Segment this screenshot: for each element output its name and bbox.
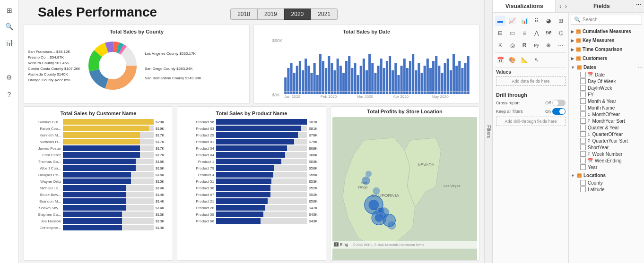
viz-icon-scatter[interactable]: ⠿	[531, 16, 542, 26]
field-group-header-customers[interactable]: ▶ ▦ Customers	[571, 54, 642, 62]
field-checkbox[interactable]	[580, 85, 586, 91]
field-item-shortyear[interactable]: ShortYear	[571, 144, 642, 151]
field-item-monthyear[interactable]: Month & Year	[571, 98, 642, 104]
svg-rect-67	[444, 63, 446, 94]
field-group-name: Cumulative Measures	[583, 29, 631, 34]
panels-header: Visualizations ‹ › Fields ⋯	[493, 0, 644, 13]
add-drill-box[interactable]: Add drill-through fields here	[496, 117, 566, 126]
field-item-quarteryear[interactable]: Quarter & Year	[571, 124, 642, 131]
tab-visualizations[interactable]: Visualizations	[493, 0, 556, 12]
field-checkbox[interactable]	[580, 105, 586, 110]
field-checkbox[interactable]	[580, 78, 586, 84]
customer-bar-list[interactable]: Samuel Bur... $20K Ralph Coo... $19K Ken…	[28, 119, 169, 231]
filters-panel[interactable]: Filters	[484, 0, 493, 263]
crossreport-toggle[interactable]: Off	[545, 100, 566, 106]
viz-icon-map[interactable]: 🗺	[543, 28, 554, 38]
year-btn-2019[interactable]: 2019	[257, 8, 284, 20]
field-item-monthofyear[interactable]: Σ MonthOfYear	[571, 111, 642, 118]
sidebar-icon-report[interactable]: 📊	[3, 36, 16, 49]
field-item-quarteryearsort[interactable]: Σ QuarterYear Sort	[571, 137, 642, 144]
field-item-dayofweek[interactable]: Day Of Week	[571, 78, 642, 85]
format-icon-cursor[interactable]: ↖	[531, 55, 542, 65]
field-checkbox[interactable]	[580, 187, 586, 192]
field-item-monthname[interactable]: Month Name	[571, 104, 642, 111]
field-checkbox[interactable]	[580, 125, 586, 130]
viz-icon-gauge[interactable]: ◎	[507, 40, 518, 51]
viz-icon-r[interactable]: R	[519, 40, 530, 51]
hbar-row-kenneth: Kenneth M... $17K	[28, 132, 169, 138]
field-group-more-icon[interactable]: ⋯	[638, 65, 642, 70]
field-item-weekending[interactable]: 📅 WeekEnding	[571, 157, 642, 164]
tab-fields[interactable]: Fields	[571, 0, 633, 12]
field-item-quarterofyear[interactable]: Σ QuarterOfYear	[571, 131, 642, 137]
nav-left-icon[interactable]: ‹	[559, 3, 561, 9]
viz-icon-kpi[interactable]: K	[495, 40, 505, 51]
right-panels: Visualizations ‹ › Fields ⋯ ▬ 📈 📊 ⠿ ◕ ⊞ …	[493, 0, 644, 263]
viz-icon-py[interactable]: Py	[531, 40, 542, 51]
hbar-track	[63, 205, 154, 211]
field-item-dayinweek[interactable]: DayInWeek	[571, 85, 642, 91]
year-btn-2018[interactable]: 2018	[230, 8, 257, 20]
field-item-fy[interactable]: FY	[571, 91, 642, 98]
fields-more-icon[interactable]: ⋯	[633, 0, 644, 12]
format-icon-calendar[interactable]: 📅	[495, 55, 505, 65]
field-label: Quarter & Year	[588, 125, 640, 130]
sidebar-icon-help[interactable]: ?	[3, 88, 16, 101]
format-icon-paint[interactable]: 🎨	[507, 55, 518, 65]
sidebar-icon-search[interactable]: 🔍	[3, 20, 16, 33]
viz-icon-card[interactable]: ▭	[507, 28, 518, 38]
viz-icon-more1[interactable]: ⊕	[543, 40, 554, 51]
field-checkbox[interactable]	[580, 111, 586, 117]
field-group-header-dates[interactable]: ▼ ▦ Dates ⋯	[571, 63, 642, 71]
field-checkbox[interactable]	[580, 164, 586, 170]
field-item-date[interactable]: 📅 Date	[571, 71, 642, 78]
field-checkbox[interactable]	[580, 151, 586, 157]
add-fields-box[interactable]: Add data fields here	[496, 76, 566, 86]
viz-icon-funnel[interactable]: ⋀	[531, 28, 542, 38]
field-item-weeknumber[interactable]: Σ Week Number	[571, 151, 642, 157]
viz-icon-bar[interactable]: ▬	[495, 16, 505, 26]
field-checkbox[interactable]	[580, 98, 586, 104]
viz-icon-line[interactable]: 📈	[507, 16, 518, 26]
year-btn-2020[interactable]: 2020	[284, 8, 311, 20]
toggle-track-crossreport[interactable]	[552, 100, 566, 106]
field-checkbox[interactable]	[580, 138, 586, 144]
field-item-latitude[interactable]: Latitude	[571, 186, 642, 193]
sidebar-icon-home[interactable]: ⊞	[3, 4, 16, 17]
field-checkbox[interactable]	[580, 180, 586, 186]
viz-icon-waterfall[interactable]: ≡	[519, 28, 530, 38]
field-checkbox[interactable]	[580, 118, 586, 124]
product-bar-list[interactable]: Product 56 $87K Product 63 $81K Product …	[181, 119, 322, 225]
sidebar-icon-settings[interactable]: ⚙	[3, 71, 16, 84]
field-checkbox[interactable]	[580, 72, 586, 77]
field-checkbox[interactable]	[580, 158, 586, 163]
viz-icon-table[interactable]: ⊞	[556, 16, 566, 26]
field-group-header-timecomp[interactable]: ▶ ▦ Time Comparison	[571, 45, 642, 53]
viz-icon-area[interactable]: 📊	[519, 16, 530, 26]
keepfilters-toggle[interactable]: On	[545, 108, 566, 115]
field-group-header-locations[interactable]: ▼ ▦ Locations	[571, 171, 642, 179]
map-visual[interactable]: CALIFORNIA NEVADA Las Vegas San Diego Lo…	[332, 117, 477, 261]
format-icon-analytics[interactable]: 📐	[519, 55, 530, 65]
viz-icon-more2[interactable]: ⋯	[556, 40, 566, 51]
field-item-year[interactable]: Year	[571, 164, 642, 170]
nav-right-icon[interactable]: ›	[565, 3, 567, 9]
field-group-header-cumulative[interactable]: ▶ ▦ Cumulative Measures	[571, 27, 642, 35]
year-btn-2021[interactable]: 2021	[311, 8, 338, 20]
viz-icon-pie[interactable]: ◕	[543, 16, 554, 26]
field-checkbox[interactable]	[580, 144, 586, 150]
toggle-track-keepfilters[interactable]	[552, 108, 566, 115]
field-group-header-key[interactable]: ▶ ▦ Key Measures	[571, 36, 642, 44]
field-item-monthyearsort[interactable]: Σ MonthYear Sort	[571, 118, 642, 124]
hbar-track	[63, 198, 154, 204]
field-checkbox[interactable]	[580, 131, 586, 137]
field-checkbox[interactable]	[580, 92, 586, 97]
chevron-right-icon: ▶	[571, 29, 574, 34]
time-series-chart[interactable]: $50K $0K	[258, 37, 475, 99]
viz-icon-matrix[interactable]: ⊟	[495, 28, 505, 38]
donut-chart[interactable]	[84, 37, 141, 94]
hbar-row-p29: Product 29 $78K	[181, 132, 322, 138]
search-input[interactable]	[583, 17, 643, 22]
viz-icon-decomp[interactable]: ⌬	[556, 28, 566, 38]
field-item-county[interactable]: County	[571, 179, 642, 186]
